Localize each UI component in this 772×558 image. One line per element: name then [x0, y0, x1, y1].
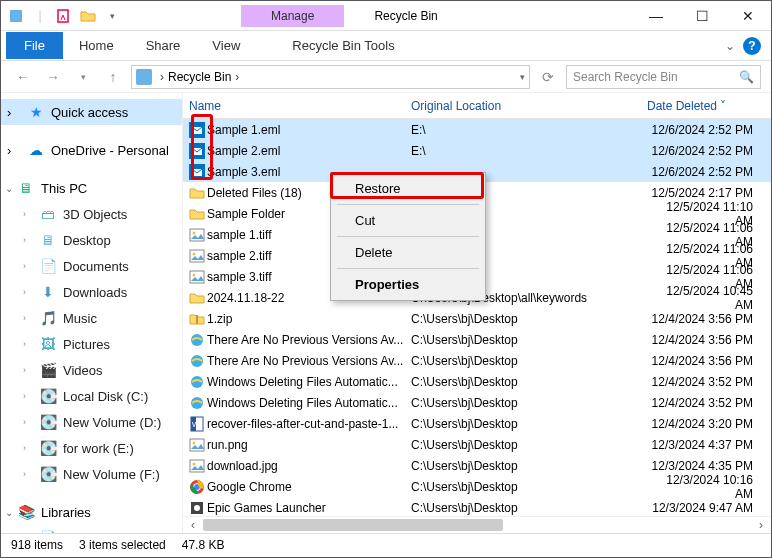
- expand-icon[interactable]: ›: [23, 417, 33, 427]
- navigation-pane[interactable]: › ★ Quick access › ☁ OneDrive - Personal…: [1, 93, 183, 533]
- expand-icon[interactable]: ›: [23, 443, 33, 453]
- file-row[interactable]: 1.zipC:\Users\bj\Desktop12/4/2024 3:56 P…: [183, 308, 771, 329]
- close-button[interactable]: ✕: [725, 1, 771, 31]
- search-input[interactable]: Search Recycle Bin 🔍: [566, 65, 761, 89]
- back-button[interactable]: ←: [11, 65, 35, 89]
- recent-locations-dropdown[interactable]: ▾: [71, 65, 95, 89]
- folder-icon: 🖼: [39, 335, 57, 353]
- sidebar-item[interactable]: ›🖥Desktop: [1, 227, 182, 253]
- menu-item-restore[interactable]: Restore: [333, 175, 483, 202]
- breadcrumb-location[interactable]: Recycle Bin: [168, 70, 231, 84]
- sidebar-item[interactable]: ›🗃3D Objects: [1, 201, 182, 227]
- file-row[interactable]: Sample 1.emlE:\12/6/2024 2:52 PM: [183, 119, 771, 140]
- file-row[interactable]: There Are No Previous Versions Av...C:\U…: [183, 329, 771, 350]
- column-header-location[interactable]: Original Location: [411, 99, 647, 113]
- sidebar-item[interactable]: ›💽for work (E:): [1, 435, 182, 461]
- expand-icon[interactable]: ›: [7, 105, 21, 120]
- file-type-icon: [187, 332, 207, 348]
- manage-tab[interactable]: Manage: [241, 5, 344, 27]
- horizontal-scrollbar[interactable]: ‹ ›: [183, 516, 771, 533]
- menu-separator: [337, 204, 479, 205]
- file-row[interactable]: Windows Deleting Files Automatic...C:\Us…: [183, 392, 771, 413]
- expand-icon[interactable]: ›: [23, 235, 33, 245]
- chevron-right-icon[interactable]: [231, 70, 243, 84]
- forward-button[interactable]: →: [41, 65, 65, 89]
- sidebar-item-this-pc[interactable]: 🖥 This PC: [17, 175, 93, 201]
- expand-icon[interactable]: ›: [23, 469, 33, 479]
- expand-icon[interactable]: ›: [23, 287, 33, 297]
- svg-rect-22: [190, 439, 204, 451]
- tab-home[interactable]: Home: [63, 32, 130, 59]
- column-header-name[interactable]: Name: [183, 99, 411, 113]
- svg-point-23: [193, 441, 196, 444]
- tab-recycle-bin-tools[interactable]: Recycle Bin Tools: [276, 32, 410, 59]
- sidebar-item[interactable]: ›💽Local Disk (C:): [1, 383, 182, 409]
- qat-properties-icon[interactable]: [55, 7, 73, 25]
- file-row[interactable]: Epic Games LauncherC:\Users\bj\Desktop12…: [183, 497, 771, 516]
- folder-icon: 💽: [39, 439, 57, 457]
- sidebar-item[interactable]: ›🎵Music: [1, 305, 182, 331]
- sidebar-item[interactable]: ›📄Documents: [1, 253, 182, 279]
- file-location: C:\Users\bj\Desktop: [411, 459, 647, 473]
- file-tab[interactable]: File: [6, 32, 63, 59]
- breadcrumb[interactable]: Recycle Bin ▾: [131, 65, 530, 89]
- file-row[interactable]: run.pngC:\Users\bj\Desktop12/3/2024 4:37…: [183, 434, 771, 455]
- tab-share[interactable]: Share: [130, 32, 197, 59]
- menu-item-delete[interactable]: Delete: [333, 239, 483, 266]
- address-dropdown-icon[interactable]: ▾: [520, 72, 525, 82]
- file-name: Epic Games Launcher: [207, 501, 411, 515]
- file-type-icon: [187, 437, 207, 453]
- file-location: C:\Users\bj\Desktop: [411, 333, 647, 347]
- expand-icon[interactable]: ›: [23, 339, 33, 349]
- refresh-button[interactable]: ⟳: [536, 65, 560, 89]
- up-button[interactable]: ↑: [101, 65, 125, 89]
- file-date: 12/6/2024 2:52 PM: [647, 144, 771, 158]
- scroll-left-icon[interactable]: ‹: [185, 518, 201, 532]
- expand-icon[interactable]: ›: [23, 365, 33, 375]
- menu-separator: [337, 236, 479, 237]
- maximize-button[interactable]: ☐: [679, 1, 725, 31]
- expand-icon[interactable]: ›: [23, 209, 33, 219]
- svg-text:W: W: [192, 420, 200, 429]
- sidebar-item[interactable]: ›💽New Volume (D:): [1, 409, 182, 435]
- file-row[interactable]: Windows Deleting Files Automatic...C:\Us…: [183, 371, 771, 392]
- collapse-icon[interactable]: ⌄: [1, 507, 17, 518]
- sidebar-item[interactable]: ›🖼Pictures: [1, 331, 182, 357]
- sidebar-item[interactable]: ›💽New Volume (F:): [1, 461, 182, 487]
- expand-icon[interactable]: ›: [23, 313, 33, 323]
- chevron-right-icon[interactable]: [156, 70, 168, 84]
- help-icon[interactable]: ?: [743, 37, 761, 55]
- menu-separator: [337, 268, 479, 269]
- qat-dropdown-icon[interactable]: ▾: [103, 7, 121, 25]
- qat-new-folder-icon[interactable]: [79, 7, 97, 25]
- sidebar-item[interactable]: ›🎬Videos: [1, 357, 182, 383]
- file-type-icon: [187, 500, 207, 516]
- scroll-right-icon[interactable]: ›: [753, 518, 769, 532]
- sidebar-item-onedrive[interactable]: › ☁ OneDrive - Personal: [1, 137, 182, 163]
- expand-icon[interactable]: ›: [23, 261, 33, 271]
- sidebar-item-libraries[interactable]: 📚 Libraries: [17, 499, 97, 525]
- expand-icon[interactable]: ›: [7, 143, 21, 158]
- file-date: 12/3/2024 4:37 PM: [647, 438, 771, 452]
- file-row[interactable]: Sample 2.emlE:\12/6/2024 2:52 PM: [183, 140, 771, 161]
- file-location: C:\Users\bj\Desktop: [411, 480, 647, 494]
- chevron-down-icon[interactable]: ⌄: [725, 39, 735, 53]
- svg-point-11: [193, 252, 196, 255]
- expand-icon[interactable]: ›: [23, 391, 33, 401]
- file-row[interactable]: There Are No Previous Versions Av...C:\U…: [183, 350, 771, 371]
- sidebar-item-quick-access[interactable]: › ★ Quick access: [1, 99, 182, 125]
- scroll-thumb[interactable]: [203, 519, 503, 531]
- file-row[interactable]: Google ChromeC:\Users\bj\Desktop12/3/202…: [183, 476, 771, 497]
- sidebar-item[interactable]: ›📄Documents: [1, 525, 182, 533]
- app-icon: [7, 7, 25, 25]
- menu-item-cut[interactable]: Cut: [333, 207, 483, 234]
- sidebar-item[interactable]: ›⬇Downloads: [1, 279, 182, 305]
- file-location: C:\Users\bj\Desktop: [411, 501, 647, 515]
- minimize-button[interactable]: —: [633, 1, 679, 31]
- column-header-date[interactable]: Date Deleted ˅: [647, 99, 771, 113]
- status-selected-count: 3 items selected: [79, 538, 166, 552]
- tab-view[interactable]: View: [196, 32, 256, 59]
- menu-item-properties[interactable]: Properties: [333, 271, 483, 298]
- collapse-icon[interactable]: ⌄: [1, 183, 17, 194]
- file-row[interactable]: Wrecover-files-after-cut-and-paste-1...C…: [183, 413, 771, 434]
